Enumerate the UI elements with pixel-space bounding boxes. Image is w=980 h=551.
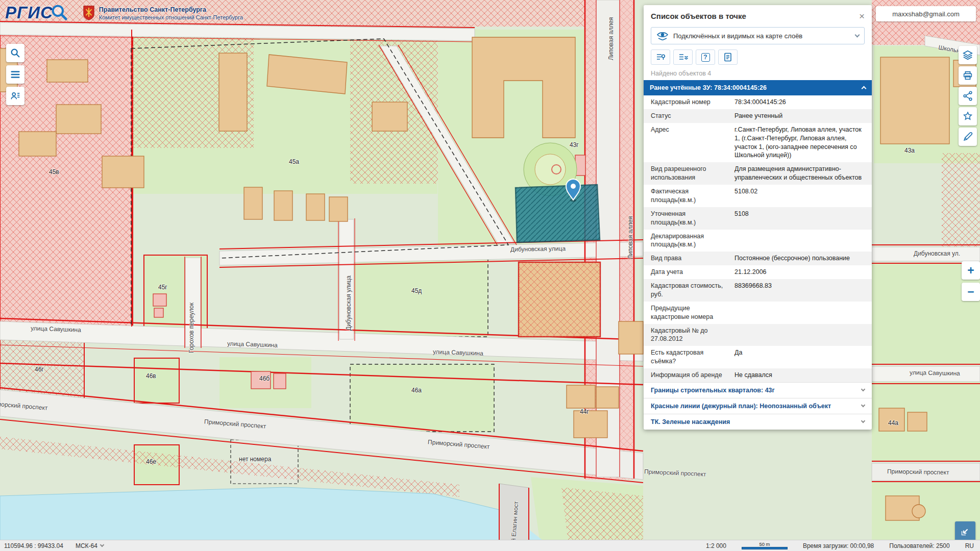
street-label: улица Савушкина xyxy=(910,369,960,377)
parcel-label: 46в xyxy=(146,372,156,380)
attribute-row: Кадастровый номер78:34:0004145:26 xyxy=(644,95,872,109)
share-icon xyxy=(962,90,973,102)
parcel-label: 45д xyxy=(411,287,422,294)
attribute-row: Информация об арендеНе сдавался xyxy=(644,368,872,382)
user-email[interactable]: maxxshab@gmail.com xyxy=(876,6,976,21)
print-button[interactable] xyxy=(959,66,977,85)
corner-arrow-icon xyxy=(959,525,971,538)
language-selector[interactable]: RU xyxy=(965,542,974,549)
parcel-label: 46б xyxy=(259,375,270,382)
parcel-label: 46е xyxy=(146,458,156,465)
section-green-plantings[interactable]: ТК. Зеленые насаждения xyxy=(644,414,872,430)
scale-bar: 50 m xyxy=(742,542,788,550)
list-layers-icon xyxy=(678,52,688,62)
select-area-button[interactable] xyxy=(959,107,977,126)
parcel-label: 44а xyxy=(888,419,898,427)
found-objects-count: Найдено объектов 4 xyxy=(651,70,865,77)
attribute-row: Вид праваПостоянное (бессрочное) пользов… xyxy=(644,252,872,265)
attribute-row: Адресг.Санкт-Петербург, Липовая аллея, у… xyxy=(644,123,872,163)
users-count: Пользователей: 2500 xyxy=(889,542,949,549)
parcel-label: нет номера xyxy=(239,456,271,463)
parcel-label: 45г xyxy=(158,284,167,291)
cursor-coordinates: 110594.96 : 99433.04 xyxy=(4,542,63,549)
attribute-row: Предыдущие кадастровые номера xyxy=(644,302,872,324)
parcel-label: 46г xyxy=(35,366,44,373)
attribute-row: Кадастровая стоимость, руб.88369668.83 xyxy=(644,279,872,302)
hatched-building xyxy=(519,262,600,337)
object-group-title: Ранее учтённые ЗУ: 78:34:0004145:26 xyxy=(650,84,767,91)
attribute-row: Дата учета21.12.2006 xyxy=(644,265,872,279)
chevron-down-icon xyxy=(861,403,865,407)
parcel-label: 45в xyxy=(49,168,59,176)
report-tool[interactable] xyxy=(718,49,738,65)
question-icon: ? xyxy=(701,53,710,62)
contacts-button[interactable] xyxy=(6,87,24,105)
chevron-down-icon xyxy=(100,543,104,547)
parcel-label: 46а xyxy=(411,387,422,394)
chevron-down-icon xyxy=(861,387,865,391)
attribute-row: Вид разрешенного использованияДля размещ… xyxy=(644,162,872,185)
gov-line-1: Правительство Санкт-Петербурга xyxy=(99,6,243,13)
attribute-row: Фактическая площадь(кв.м.)5108.02 xyxy=(644,185,872,207)
spb-coat-of-arms-icon xyxy=(83,5,95,21)
zoom-out-button[interactable]: − xyxy=(962,283,980,301)
attribute-row: Есть кадастровая съёмка?Да xyxy=(644,346,872,368)
draw-button[interactable] xyxy=(959,128,977,146)
printer-icon xyxy=(962,70,973,81)
rgis-logo[interactable]: РГИС xyxy=(5,3,68,22)
street-label: Дибуновская ул. xyxy=(914,250,960,257)
pencil-icon xyxy=(962,131,973,142)
street-label: Горохов переулок xyxy=(188,303,195,353)
layer-filter-value: Подключённых и видимых на карте слоёв xyxy=(673,32,851,40)
objects-at-point-tool[interactable] xyxy=(651,49,670,65)
attribute-row: Кадастровый № до 27.08.2012 xyxy=(644,324,872,346)
zoom-in-button[interactable]: + xyxy=(962,261,980,280)
scale-bar-label: 50 m xyxy=(759,542,770,547)
objects-by-layers-tool[interactable] xyxy=(673,49,693,65)
section-red-lines[interactable]: Красные линии (дежурный план): Неопознан… xyxy=(644,398,872,414)
search-icon xyxy=(10,47,21,59)
attribute-row: СтатусРанее учтенный xyxy=(644,109,872,123)
polygon-select-icon xyxy=(962,111,973,122)
visible-layers-eye-icon xyxy=(656,31,669,40)
close-icon[interactable]: × xyxy=(859,11,865,21)
street-label: Дибуновская улица xyxy=(510,245,566,253)
menu-button[interactable] xyxy=(6,65,24,84)
parcel-label: 43г xyxy=(570,141,579,148)
scale-bar-graphic xyxy=(742,547,788,549)
government-block: Правительство Санкт-Петербурга Комитет и… xyxy=(83,5,243,21)
street-label: Липовая аллея xyxy=(627,216,634,259)
magnifier-logo-icon xyxy=(51,4,68,21)
list-pin-icon xyxy=(655,52,666,62)
hamburger-menu-icon xyxy=(10,69,21,80)
share-button[interactable] xyxy=(959,87,977,105)
parcel-label: 45а xyxy=(289,158,299,165)
rgis-logo-text: РГИС xyxy=(5,3,53,22)
chevron-up-icon xyxy=(862,86,867,91)
attribute-row: Декларированная площадь(кв.м.) xyxy=(644,230,872,252)
objects-panel: Список объектов в точке × Подключённых и… xyxy=(644,5,872,430)
street-label: Приморский проспект xyxy=(887,468,949,476)
section-building-quarters[interactable]: Границы строительных кварталов: 43г xyxy=(644,382,872,398)
layers-button[interactable] xyxy=(959,46,977,64)
map-scale[interactable]: 1:2 000 xyxy=(706,542,726,549)
app-header: РГИС Правительство Санкт-Петербурга Коми… xyxy=(5,3,243,22)
attributes-help-tool[interactable]: ? xyxy=(696,49,715,65)
search-button[interactable] xyxy=(6,44,24,62)
parcel-label: 44г xyxy=(580,408,589,415)
chevron-down-icon xyxy=(861,419,865,423)
chevron-down-icon xyxy=(855,33,860,38)
selected-parcel[interactable] xyxy=(516,185,600,242)
zoom-out-glyph: − xyxy=(967,285,974,299)
attribute-row: Уточненная площадь(кв.м.)5108 xyxy=(644,207,872,230)
user-list-icon xyxy=(10,90,21,102)
object-attributes: Кадастровый номер78:34:0004145:26 Статус… xyxy=(644,95,872,382)
fit-extent-button[interactable] xyxy=(955,521,975,542)
layer-filter-dropdown[interactable]: Подключённых и видимых на карте слоёв xyxy=(651,27,865,44)
object-group-header[interactable]: Ранее учтённые ЗУ: 78:34:0004145:26 xyxy=(644,80,872,95)
load-time: Время загрузки: 00:00,98 xyxy=(803,542,874,549)
street-label: Дибуновская улица xyxy=(345,276,352,331)
gov-line-2: Комитет имущественных отношений Санкт-Пе… xyxy=(99,14,243,20)
user-email-text: maxxshab@gmail.com xyxy=(892,10,960,18)
crs-selector[interactable]: МСК-64 xyxy=(76,542,104,549)
